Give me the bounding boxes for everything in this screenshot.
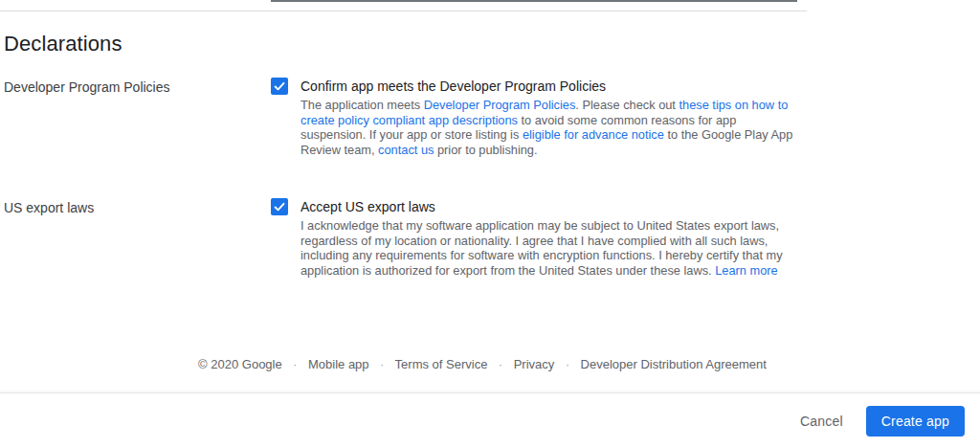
row-label-us-export-laws: US export laws — [4, 197, 271, 216]
inline-link[interactable]: Developer Program Policies — [424, 98, 576, 112]
section-divider — [0, 11, 807, 11]
form-row-us-export-laws: US export laws Accept US export laws I a… — [4, 197, 806, 278]
dot-separator: · — [380, 358, 384, 371]
page-title: Declarations — [4, 32, 806, 56]
inline-link[interactable]: contact us — [378, 143, 434, 157]
us-export-laws-description: I acknowledge that my software applicati… — [301, 218, 802, 278]
us-export-laws-checkbox-label[interactable]: Accept US export laws — [301, 198, 802, 215]
footer-link-developer-distribution-agreement[interactable]: Developer Distribution Agreement — [581, 357, 767, 371]
copyright-text: © 2020 Google — [198, 357, 282, 371]
checkmark-icon — [273, 200, 286, 213]
footer-link-terms-of-service[interactable]: Terms of Service — [395, 357, 488, 371]
checkmark-icon — [273, 79, 286, 93]
create-app-declarations-page: Declarations Developer Program Policies … — [0, 0, 980, 448]
form-row-developer-policies: Developer Program Policies Confirm app m… — [4, 77, 806, 157]
declarations-section: Declarations Developer Program Policies … — [4, 32, 806, 318]
row-label-developer-policies: Developer Program Policies — [4, 77, 271, 96]
developer-policies-checkbox-label[interactable]: Confirm app meets the Developer Program … — [301, 78, 802, 95]
page-footer: © 2020 Google · Mobile app · Terms of Se… — [0, 356, 965, 373]
dot-separator: · — [566, 358, 569, 371]
us-export-laws-checkbox[interactable] — [271, 198, 288, 215]
create-app-button[interactable]: Create app — [866, 406, 965, 437]
developer-policies-checkbox[interactable] — [271, 78, 288, 95]
dot-separator: · — [499, 358, 502, 371]
dot-separator: · — [293, 358, 297, 371]
developer-policies-description: The application meets Developer Program … — [301, 98, 802, 157]
inline-link[interactable]: eligible for advance notice — [523, 127, 664, 142]
inline-link[interactable]: Learn more — [715, 263, 777, 278]
field-bottom-border — [271, 0, 797, 2]
cancel-button[interactable]: Cancel — [791, 406, 853, 437]
bottom-action-bar: Cancel Create app — [0, 392, 980, 448]
footer-link-mobile-app[interactable]: Mobile app — [308, 357, 369, 371]
footer-link-privacy[interactable]: Privacy — [514, 357, 555, 371]
